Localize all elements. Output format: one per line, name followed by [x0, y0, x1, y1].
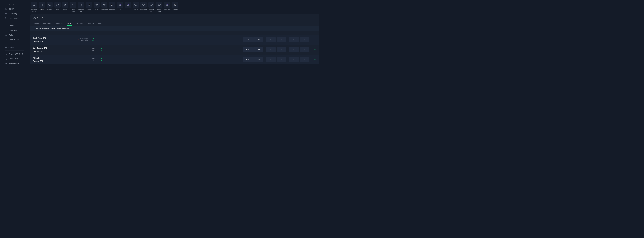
sidebar-item-asian-view[interactable]: 赛博Asian View: [0, 16, 28, 20]
odd-locked: [266, 47, 276, 52]
sport-panel: Cricket In-playNext 24hrsTomorrowFutureO…: [30, 14, 319, 64]
sport-basketball[interactable]: Basketball: [109, 2, 116, 12]
odd-button[interactable]: 1.47: [254, 37, 263, 42]
lock-icon: [270, 59, 272, 60]
scroll-right-button[interactable]: [318, 2, 322, 8]
odd-button[interactable]: 1.76: [243, 57, 252, 62]
tab-leagues[interactable]: Leagues: [85, 21, 96, 25]
sidebar-item-horse-racing[interactable]: Horse Racing: [0, 57, 28, 61]
scores: 0 0: [98, 47, 102, 52]
sport-soccer[interactable]: Soccer: [62, 2, 69, 12]
divider: [5, 22, 24, 22]
sidebar-item-poker-btc-only-[interactable]: Poker (BTC Only): [0, 52, 28, 57]
gamepad-icon: [142, 3, 145, 6]
tab-in-play[interactable]: In-play: [32, 21, 41, 25]
gamepad-icon: [158, 3, 160, 6]
star-icon: [32, 3, 35, 6]
match-teams[interactable]: India SRL England SRL: [32, 56, 76, 63]
lock-icon: [304, 39, 305, 41]
scores: 0 0: [98, 57, 102, 62]
sidebar-item-sports[interactable]: Sports: [0, 2, 28, 6]
odd-button[interactable]: 1.86: [243, 47, 252, 52]
match-teams[interactable]: South Africa SRL England SRL: [32, 36, 76, 43]
market-tot-label: TOT: [166, 32, 188, 34]
tab-next-hrs[interactable]: Next 24hrs: [41, 21, 53, 25]
sport-rainbow-six[interactable]: Rainbow Six: [148, 2, 155, 12]
odd-locked: [289, 37, 299, 42]
sport-cs-go[interactable]: CS:GO: [124, 2, 132, 12]
sport-featured-sports[interactable]: Featured sports: [30, 2, 38, 12]
match-time: 24/0416:30: [90, 57, 96, 61]
match-row: India SRL England SRL 24/0416:30 0 0 1.7…: [30, 54, 319, 64]
odd-button[interactable]: 1.91: [254, 47, 263, 52]
sport-lol[interactable]: LoL: [116, 2, 124, 12]
sidebar: SportsInplayUpcoming赛博Asian View CasinoL…: [0, 0, 28, 119]
puck-icon: [95, 3, 98, 6]
chevron-down-icon: [32, 27, 34, 29]
lock-icon: [304, 59, 305, 60]
sidebar-item-casino[interactable]: Casino: [0, 24, 28, 28]
sport-enhl[interactable]: eNHL: [93, 2, 100, 12]
tab-future[interactable]: Future: [65, 21, 74, 25]
ball-lines-icon: [56, 3, 59, 6]
more-markets-link[interactable]: +23: [312, 58, 317, 60]
gamepad-icon: [119, 3, 122, 6]
odd-locked: [300, 37, 309, 42]
pingpong-icon: [72, 3, 74, 6]
tab-outrights[interactable]: Outrights: [74, 21, 85, 25]
odd-button[interactable]: 2.02: [254, 57, 263, 62]
sidebar-item-slots[interactable]: Slots: [0, 33, 28, 38]
lock-icon: [280, 49, 282, 50]
odd-locked: [276, 57, 286, 62]
odd-locked: [300, 57, 309, 62]
gamepad-icon: [126, 3, 129, 6]
divider: [5, 44, 24, 44]
sidebar-item-player-props[interactable]: Player Props: [0, 61, 28, 66]
lock-icon: [293, 59, 295, 60]
sidebar-item-inplay[interactable]: Inplay: [0, 6, 28, 11]
sport-enba[interactable]: eNBA: [54, 2, 61, 12]
lock-icon: [293, 49, 295, 50]
odd-button[interactable]: 2.65: [243, 37, 252, 42]
gamepad-icon: [166, 3, 168, 6]
league-toggle[interactable]: Simulated Reality League - Super Sixes S…: [30, 26, 72, 31]
match-teams[interactable]: New Zealand SRL Pakistan SRL: [32, 46, 76, 53]
sidebar-item-upcoming[interactable]: Upcoming: [0, 11, 28, 16]
league-count: 4: [313, 26, 319, 31]
puck-icon: [103, 3, 106, 6]
match-row: South Africa SRL England SRL First innin…: [30, 35, 319, 45]
popular-heading: POPULAR: [0, 45, 28, 49]
tab-news[interactable]: News: [96, 21, 105, 25]
cricket-icon: [33, 16, 36, 19]
main-content: Featured sportsCricketeSoccereNBASoccerT…: [28, 0, 322, 119]
more-markets-link[interactable]: +23: [312, 49, 317, 50]
gamepad-icon: [150, 3, 153, 6]
tab-tomorrow[interactable]: Tomorrow: [53, 21, 65, 25]
scores: 0 106: [90, 37, 94, 42]
soccer-icon: [64, 3, 67, 6]
sport-cricket[interactable]: Cricket: [38, 2, 45, 12]
lock-icon: [293, 39, 295, 41]
live-clock-icon: [78, 39, 79, 41]
sports-strip: Featured sportsCricketeSoccereNBASoccerT…: [30, 2, 322, 12]
sidebar-item-bombay-club[interactable]: Bombay Club: [0, 38, 28, 42]
sidebar-item-live-casino[interactable]: Live Casino: [0, 28, 28, 33]
sport-esoccer[interactable]: eSoccer: [46, 2, 53, 12]
sport-overwatch[interactable]: Overwatch: [140, 2, 147, 12]
odd-locked: [266, 57, 276, 62]
sport-tt-setka-cup[interactable]: TT Setka Cup: [78, 2, 84, 12]
market-header: WINNER HCP TOT: [30, 31, 319, 35]
cricket-icon: [40, 3, 43, 6]
dealer-icon: [5, 29, 7, 31]
sport-king-of-glory[interactable]: King of Glory: [156, 2, 163, 12]
sport-tennis[interactable]: Tennis: [85, 2, 92, 12]
sport-volleyball[interactable]: Volleyball: [171, 2, 178, 12]
sport-dota-[interactable]: Dota 2: [132, 2, 139, 12]
sport-starcraft[interactable]: StarCraft: [164, 2, 170, 12]
sport-table-tennis[interactable]: Table Tennis: [70, 2, 76, 12]
star-fill-icon: [5, 58, 7, 60]
odd-locked: [289, 57, 299, 62]
more-markets-link[interactable]: +5: [312, 39, 317, 41]
league-row: Simulated Reality League - Super Sixes S…: [30, 25, 319, 31]
sport-ice-hockey[interactable]: Ice Hockey: [101, 2, 108, 12]
